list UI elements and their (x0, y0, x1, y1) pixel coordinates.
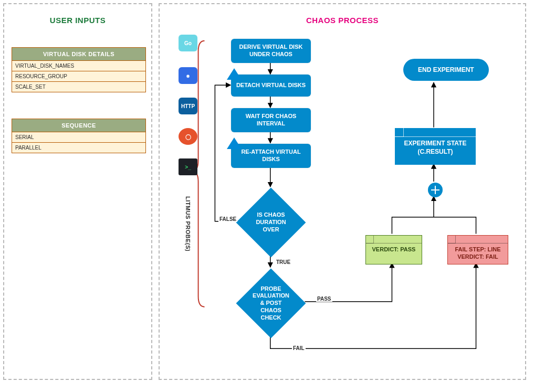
azure-icon (227, 68, 242, 80)
reattach-virtual-disks-step: RE-ATTACH VIRTUAL DISKS (231, 144, 311, 168)
sequence-table: SEQUENCE SERIAL PARALLEL (12, 119, 146, 153)
chaos-process-panel: CHAOS PROCESS Go ⎈ HTTP (159, 3, 526, 380)
table-row: PARALLEL (12, 143, 145, 153)
litmus-probes-label: LITMUS PROBE(S) (185, 196, 191, 251)
verdict-fail-box: FAIL STEP: LINE VERDICT: FAIL (447, 235, 508, 264)
table-row: RESOURCE_GROUP (12, 71, 145, 82)
terminal-icon: >_ (179, 158, 197, 175)
table-header: VIRTUAL DISK DETAILS (12, 48, 145, 61)
chaos-process-title: CHAOS PROCESS (160, 16, 525, 25)
table-row: VIRTUAL_DISK_NAMES (12, 61, 145, 71)
azure-icon (227, 137, 242, 149)
verdict-pass-box: VERDICT: PASS (365, 235, 422, 264)
kubernetes-icon: ⎈ (179, 67, 197, 84)
chaos-duration-decision: IS CHAOS DURATION OVER (236, 188, 306, 257)
table-row: SERIAL (12, 132, 145, 143)
virtual-disk-details-table: VIRTUAL DISK DETAILS VIRTUAL_DISK_NAMES … (12, 47, 146, 92)
http-icon: HTTP (179, 98, 197, 114)
user-inputs-title: USER INPUTS (4, 16, 151, 25)
end-experiment-pill: END EXPERIMENT (403, 59, 489, 81)
merge-junction (428, 183, 443, 197)
edge-label-true: TRUE (275, 259, 291, 265)
user-inputs-panel: USER INPUTS VIRTUAL DISK DETAILS VIRTUAL… (3, 3, 152, 380)
derive-virtual-disk-step: DERIVE VIRTUAL DISK UNDER CHAOS (231, 39, 311, 63)
prometheus-icon: ◯ (179, 128, 197, 145)
wait-chaos-interval-step: WAIT FOR CHAOS INTERVAL (231, 108, 311, 132)
probe-evaluation-decision: PROBE EVALUATION & POST CHAOS CHECK (236, 269, 306, 338)
experiment-state-box: EXPERIMENT STATE (C.RESULT) (395, 128, 476, 165)
decision-label: IS CHAOS DURATION OVER (246, 198, 296, 247)
table-header: SEQUENCE (12, 119, 145, 132)
table-row: SCALE_SET (12, 82, 145, 92)
detach-virtual-disks-step: DETACH VIRTUAL DISKS (231, 75, 311, 97)
decision-label: PROBE EVALUATION & POST CHAOS CHECK (246, 279, 296, 328)
go-gopher-icon: Go (179, 35, 197, 51)
edge-label-false: FALSE (218, 216, 237, 222)
edge-label-fail: FAIL (292, 345, 306, 351)
edge-label-pass: PASS (316, 296, 332, 302)
